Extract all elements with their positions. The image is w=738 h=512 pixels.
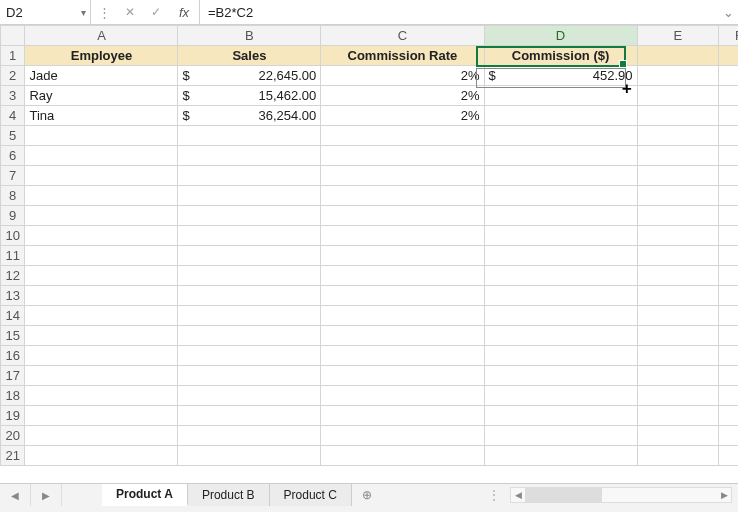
- row-header[interactable]: 16: [1, 346, 25, 366]
- cell[interactable]: [321, 126, 484, 146]
- tab-prev-icon[interactable]: ◀: [0, 484, 31, 506]
- cell[interactable]: [321, 306, 484, 326]
- expand-formula-icon[interactable]: ⌄: [718, 0, 738, 24]
- cell[interactable]: [719, 66, 738, 86]
- cell[interactable]: [637, 246, 719, 266]
- cell[interactable]: [484, 406, 637, 426]
- dropdown-icon[interactable]: ▾: [81, 7, 86, 18]
- cell[interactable]: [25, 126, 178, 146]
- cell[interactable]: [178, 326, 321, 346]
- cell[interactable]: [321, 266, 484, 286]
- row-header[interactable]: 5: [1, 126, 25, 146]
- scroll-thumb[interactable]: [525, 488, 602, 502]
- cell[interactable]: [25, 226, 178, 246]
- cell[interactable]: [321, 146, 484, 166]
- cell[interactable]: [25, 326, 178, 346]
- column-header-D[interactable]: D: [484, 26, 637, 46]
- cell[interactable]: [719, 346, 738, 366]
- cell[interactable]: [719, 146, 738, 166]
- cell[interactable]: [25, 246, 178, 266]
- cell[interactable]: [178, 346, 321, 366]
- row-header[interactable]: 15: [1, 326, 25, 346]
- cell[interactable]: [637, 306, 719, 326]
- cell[interactable]: [484, 146, 637, 166]
- cell[interactable]: $452.90: [484, 66, 637, 86]
- cell[interactable]: [178, 226, 321, 246]
- row-header[interactable]: 20: [1, 426, 25, 446]
- cell[interactable]: [637, 266, 719, 286]
- row-header[interactable]: 1: [1, 46, 25, 66]
- scroll-right-icon[interactable]: ▶: [717, 490, 731, 500]
- header-cell[interactable]: [719, 46, 738, 66]
- cell[interactable]: [178, 146, 321, 166]
- cell[interactable]: [637, 146, 719, 166]
- cell[interactable]: 2%: [321, 106, 484, 126]
- cell[interactable]: [178, 206, 321, 226]
- row-header[interactable]: 8: [1, 186, 25, 206]
- cell[interactable]: [321, 366, 484, 386]
- cell[interactable]: [719, 366, 738, 386]
- cell[interactable]: 2%: [321, 86, 484, 106]
- cell[interactable]: [484, 126, 637, 146]
- cell[interactable]: [25, 306, 178, 326]
- cell[interactable]: [719, 386, 738, 406]
- cell[interactable]: [178, 166, 321, 186]
- header-cell[interactable]: Commission ($): [484, 46, 637, 66]
- cell[interactable]: [637, 166, 719, 186]
- cell[interactable]: [321, 246, 484, 266]
- cell[interactable]: [321, 346, 484, 366]
- cell[interactable]: [637, 206, 719, 226]
- cell[interactable]: Jade: [25, 66, 178, 86]
- scroll-left-icon[interactable]: ◀: [511, 490, 525, 500]
- cell[interactable]: [637, 366, 719, 386]
- cell[interactable]: [637, 346, 719, 366]
- cell[interactable]: [484, 306, 637, 326]
- cell[interactable]: [25, 286, 178, 306]
- column-header-E[interactable]: E: [637, 26, 719, 46]
- cell[interactable]: [719, 106, 738, 126]
- cell[interactable]: [719, 126, 738, 146]
- cell[interactable]: [178, 366, 321, 386]
- cell[interactable]: [484, 206, 637, 226]
- header-cell[interactable]: [637, 46, 719, 66]
- cell[interactable]: [484, 426, 637, 446]
- sheet-tab[interactable]: Product B: [188, 484, 270, 506]
- cell[interactable]: [178, 386, 321, 406]
- cell[interactable]: [719, 266, 738, 286]
- cell[interactable]: [321, 446, 484, 466]
- cell[interactable]: [719, 246, 738, 266]
- name-box[interactable]: D2 ▾: [0, 0, 91, 24]
- cell[interactable]: [637, 86, 719, 106]
- cell[interactable]: [484, 286, 637, 306]
- cell[interactable]: Ray: [25, 86, 178, 106]
- cell[interactable]: [321, 406, 484, 426]
- cell[interactable]: [637, 326, 719, 346]
- cell[interactable]: [25, 186, 178, 206]
- add-sheet-icon[interactable]: ⊕: [352, 484, 382, 506]
- cell[interactable]: [484, 366, 637, 386]
- cell[interactable]: [25, 146, 178, 166]
- cell[interactable]: [637, 106, 719, 126]
- row-header[interactable]: 3: [1, 86, 25, 106]
- cell[interactable]: [178, 246, 321, 266]
- cell[interactable]: [178, 186, 321, 206]
- row-header[interactable]: 12: [1, 266, 25, 286]
- row-header[interactable]: 9: [1, 206, 25, 226]
- cell[interactable]: [178, 306, 321, 326]
- cell[interactable]: [719, 206, 738, 226]
- cell[interactable]: [637, 226, 719, 246]
- row-header[interactable]: 21: [1, 446, 25, 466]
- cell[interactable]: [321, 326, 484, 346]
- cell[interactable]: [484, 106, 637, 126]
- cell[interactable]: [484, 386, 637, 406]
- cell[interactable]: [484, 446, 637, 466]
- cell[interactable]: [25, 206, 178, 226]
- cell[interactable]: [321, 426, 484, 446]
- row-header[interactable]: 17: [1, 366, 25, 386]
- cell[interactable]: [484, 246, 637, 266]
- cell[interactable]: [637, 126, 719, 146]
- cell[interactable]: [178, 266, 321, 286]
- cell[interactable]: [178, 126, 321, 146]
- header-cell[interactable]: Commission Rate: [321, 46, 484, 66]
- select-all-corner[interactable]: [1, 26, 25, 46]
